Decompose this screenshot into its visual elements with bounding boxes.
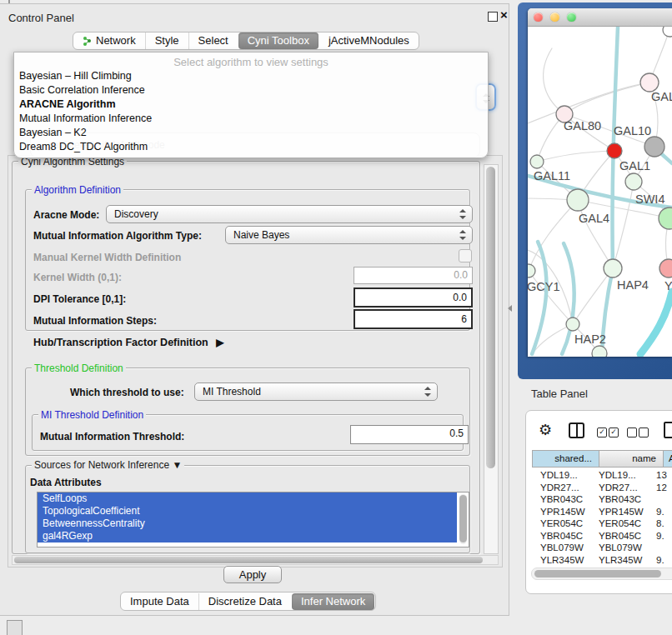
tab-network[interactable]: Network (73, 32, 145, 49)
network-canvas[interactable]: GALGAL80GAL10GAL1GAL11SWI4GAL4GCY1HAP4YH… (528, 27, 672, 357)
network-edge[interactable] (529, 271, 573, 324)
table-cell[interactable]: YBR045C (540, 531, 583, 541)
tab-discretize-data[interactable]: Discretize Data (198, 593, 291, 610)
table-cell[interactable]: YPR145W (599, 507, 644, 517)
attribute-item[interactable]: BetweennessCentrality (38, 518, 457, 530)
table-cell[interactable]: YBR043C (540, 494, 583, 504)
table-cell[interactable]: YLR345W (540, 555, 584, 565)
table-cell[interactable]: YBR045C (599, 531, 641, 541)
select-all-checkbox-icon[interactable]: ✓ (597, 428, 607, 438)
table-cell[interactable]: YDR27... (599, 482, 638, 492)
network-window[interactable]: GALGAL80GAL10GAL1GAL11SWI4GAL4GCY1HAP4YH… (528, 8, 672, 357)
network-node[interactable] (659, 208, 672, 229)
column-header-name[interactable]: name (599, 450, 664, 468)
tab-style[interactable]: Style (145, 32, 188, 49)
minimized-panel-icon[interactable] (7, 620, 23, 635)
float-panel-icon[interactable] (488, 12, 498, 22)
dpi-tolerance-field[interactable]: 0.0 (354, 288, 473, 308)
table-cell[interactable]: YBR043C (599, 494, 641, 504)
close-panel-icon[interactable]: × (500, 8, 508, 22)
network-window-titlebar[interactable] (528, 8, 672, 27)
network-view-frame[interactable]: GALGAL80GAL10GAL1GAL11SWI4GAL4GCY1HAP4YH… (518, 2, 672, 379)
table-horizontal-scrollbar[interactable] (531, 568, 672, 580)
mi-threshold-field[interactable]: 0.5 (350, 425, 469, 444)
algorithm-option[interactable]: Dream8 DC_TDC Algorithm (19, 141, 148, 152)
table-cell[interactable]: 9. (656, 555, 664, 565)
network-node[interactable] (530, 155, 544, 168)
table-function-icon[interactable] (664, 422, 672, 438)
table-cell[interactable]: 9. (656, 531, 664, 541)
hub-definition-toggle[interactable]: Hub/Transcription Factor Definition ▶ (33, 337, 223, 348)
scrollbar-thumb[interactable] (14, 557, 483, 563)
network-node[interactable] (566, 318, 579, 331)
kernel-width-field[interactable]: 0.0 (354, 267, 473, 284)
table-cell[interactable]: YLR345W (599, 555, 642, 565)
network-edge[interactable] (613, 182, 634, 268)
network-node[interactable] (528, 264, 535, 278)
attribute-item[interactable]: gal4RGexp (38, 530, 457, 542)
table-settings-gear-icon[interactable]: ⚙ (539, 421, 552, 439)
network-node[interactable] (604, 259, 622, 278)
algorithm-option[interactable]: Basic Correlation Inference (19, 84, 145, 96)
scrollbar-thumb[interactable] (459, 495, 467, 542)
unselect-all-checkbox-icon[interactable] (639, 428, 649, 438)
mi-steps-field[interactable]: 6 (354, 309, 473, 329)
table-cell[interactable]: 13 (656, 470, 667, 480)
network-node[interactable] (567, 189, 589, 211)
network-edge[interactable] (640, 292, 672, 354)
attribute-item[interactable]: SelfLoops (38, 492, 457, 505)
network-node[interactable] (659, 259, 672, 278)
algorithm-option-selected[interactable]: ARACNE Algorithm (19, 98, 116, 110)
network-node[interactable] (607, 143, 622, 158)
attribute-item[interactable]: TopologicalCoefficient (38, 505, 457, 518)
data-attributes-list[interactable]: SelfLoops TopologicalCoefficient Between… (37, 492, 469, 548)
settings-vertical-scrollbar[interactable] (484, 164, 499, 554)
column-header-partial[interactable]: A (663, 450, 672, 468)
select-all-checkbox-icon[interactable]: ✓ (609, 428, 619, 438)
network-edge[interactable] (578, 200, 613, 268)
manual-kernel-checkbox[interactable] (459, 249, 472, 262)
network-edge[interactable] (528, 82, 649, 123)
table-cell[interactable]: YBL079W (599, 542, 642, 552)
table-cell[interactable]: YDL19... (540, 470, 578, 480)
aracne-mode-combo[interactable]: Discovery (106, 205, 473, 223)
scrollbar-thumb[interactable] (486, 167, 495, 468)
network-node[interactable] (592, 346, 607, 357)
table-cell[interactable]: YDR27... (540, 482, 579, 492)
scrollbar-thumb[interactable] (534, 570, 661, 578)
algorithm-option[interactable]: Bayesian – Hill Climbing (19, 70, 132, 82)
network-node[interactable] (625, 173, 642, 190)
table-cell[interactable]: 12 (656, 482, 667, 492)
algorithm-option[interactable]: Mutual Information Inference (19, 112, 152, 124)
network-edge[interactable] (537, 151, 614, 162)
sources-group-title[interactable]: Sources for Network Inference ▼ (32, 459, 184, 471)
tab-impute-data[interactable]: Impute Data (121, 593, 198, 610)
zoom-traffic-light-icon[interactable] (567, 12, 576, 22)
table-cell[interactable]: YER054C (540, 518, 583, 528)
network-node[interactable] (644, 137, 664, 157)
network-node[interactable] (640, 73, 659, 92)
settings-horizontal-scrollbar[interactable] (12, 555, 499, 565)
unselect-all-checkbox-icon[interactable] (627, 428, 637, 438)
table-cell[interactable]: YBL079W (540, 542, 584, 552)
close-traffic-light-icon[interactable] (534, 12, 543, 22)
table-cell[interactable]: 8. (656, 518, 664, 528)
table-cell[interactable]: YPR145W (540, 507, 585, 517)
column-chooser-icon[interactable] (569, 422, 584, 438)
tab-infer-network[interactable]: Infer Network (292, 593, 374, 610)
table-cell[interactable]: 9. (656, 507, 664, 517)
splitter-collapse-icon[interactable] (508, 305, 512, 312)
tab-select[interactable]: Select (188, 32, 238, 49)
network-edge[interactable] (544, 48, 564, 114)
network-edge[interactable] (562, 243, 574, 354)
table-cell[interactable]: YDL19... (599, 470, 636, 480)
tab-jactivemnodules[interactable]: jActiveMNodules (319, 32, 419, 49)
network-node[interactable] (663, 27, 672, 37)
attribute-list-scrollbar[interactable] (459, 494, 467, 544)
which-threshold-combo[interactable]: MI Threshold (194, 382, 438, 401)
minimize-traffic-light-icon[interactable] (550, 12, 559, 22)
column-header-shared-name[interactable]: shared... (532, 450, 599, 468)
mi-type-combo[interactable]: Naive Bayes (225, 226, 473, 244)
tab-cyni-toolbox[interactable]: Cyni Toolbox (238, 32, 318, 49)
network-edge[interactable] (564, 82, 649, 114)
